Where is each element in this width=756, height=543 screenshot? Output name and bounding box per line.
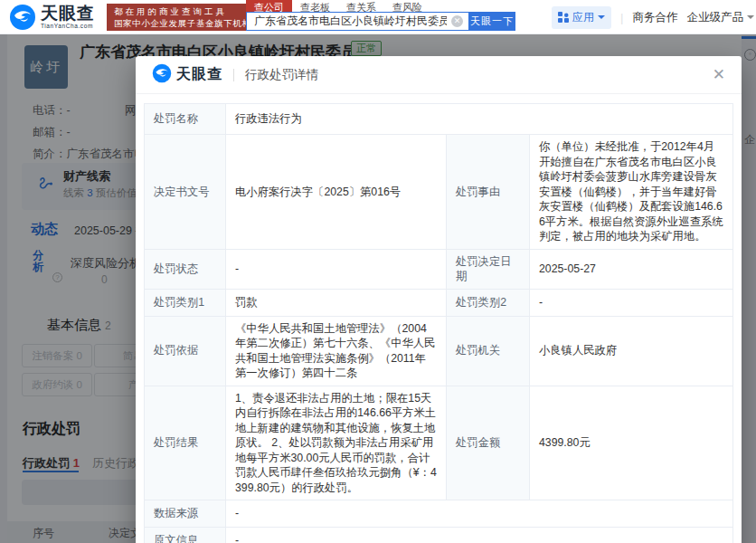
modal-brand: 天眼查 (152, 63, 222, 87)
field-label: 决定书文号 (145, 135, 226, 250)
header-divider (233, 69, 234, 81)
field-label: 处罚决定日期 (447, 249, 530, 289)
apps-menu-button[interactable]: 应用 (552, 6, 611, 29)
table-row: 决定书文号 电小府案行决字〔2025〕第016号 处罚事由 你（单位）未经批准，… (145, 135, 733, 250)
link-enterprise-products[interactable]: 企业级产品 (686, 10, 754, 25)
penalty-detail-table: 处罚名称 行政违法行为 决定书文号 电小府案行决字〔2025〕第016号 处罚事… (144, 103, 733, 543)
modal-brand-name: 天眼查 (176, 65, 222, 84)
field-label: 处罚金额 (447, 386, 530, 500)
promo-line2: 国家中小企业发展子基金旗下机构 (114, 19, 251, 28)
field-value: 《中华人民共和国土地管理法》（2004年第二次修正）第七十六条、《中华人民共和国… (226, 316, 447, 386)
field-label: 处罚事由 (447, 135, 530, 250)
enterprise-label: 企业级产品 (686, 10, 743, 25)
field-label: 处罚类别2 (447, 289, 530, 316)
apps-grid-icon (558, 12, 569, 23)
navbar-right: 应用 | 商务合作 企业级产品 | 开 (552, 7, 756, 27)
field-value: - (226, 528, 733, 543)
field-value: 4399.80元 (530, 386, 733, 500)
field-label: 数据来源 (145, 500, 226, 528)
field-value: 电小府案行决字〔2025〕第016号 (226, 135, 447, 250)
table-row: 处罚名称 行政违法行为 (145, 104, 733, 135)
field-value: 罚款 (226, 289, 447, 316)
tianyancha-logo-icon (9, 4, 36, 31)
top-navbar: 天眼查 TianYanCha.com 都在用的商业查询工具 国家中小企业发展子基… (0, 0, 756, 34)
tianyancha-logo[interactable]: 天眼查 TianYanCha.com (9, 4, 95, 31)
brand-name: 天眼查 (41, 5, 95, 22)
field-label: 处罚类别1 (145, 289, 226, 316)
field-value: 行政违法行为 (226, 104, 733, 135)
field-value: 你（单位）未经批准，于2012年4月开始擅自在广东省茂名市电白区小良镇岭圩村委会… (530, 135, 733, 250)
field-value: 小良镇人民政府 (530, 316, 733, 386)
field-label: 处罚状态 (145, 249, 226, 289)
close-icon[interactable]: ✕ (713, 67, 725, 82)
nav-divider: | (620, 11, 623, 24)
link-business-cooperation[interactable]: 商务合作 (632, 10, 677, 25)
field-value: 2025-05-27 (530, 249, 733, 289)
table-row: 数据来源 - (145, 500, 733, 528)
app-window: 天眼查 TianYanCha.com 都在用的商业查询工具 国家中小企业发展子基… (0, 0, 756, 543)
caret-down-icon (747, 15, 754, 19)
modal-header: 天眼查 行政处罚详情 ✕ (136, 56, 742, 94)
table-row: 处罚依据 《中华人民共和国土地管理法》（2004年第二次修正）第七十六条、《中华… (145, 316, 733, 386)
apps-menu-label: 应用 (572, 10, 594, 25)
field-value: - (530, 289, 733, 316)
field-value: - (226, 500, 733, 528)
field-label: 处罚结果 (145, 386, 226, 500)
table-row: 处罚状态 - 处罚决定日期 2025-05-27 (145, 249, 733, 289)
promo-banner: 都在用的商业查询工具 国家中小企业发展子基金旗下机构 (107, 4, 259, 31)
field-label: 原文信息 (145, 528, 226, 543)
field-label: 处罚机关 (447, 316, 530, 386)
penalty-detail-modal: 天眼查 行政处罚详情 ✕ 处罚名称 行政违法行为 决定书文号 电小府案行决字〔2… (136, 56, 742, 543)
search-button[interactable]: 天眼一下 (468, 12, 515, 31)
promo-line1: 都在用的商业查询工具 (114, 7, 251, 16)
table-row: 原文信息 - (145, 528, 733, 543)
modal-title: 行政处罚详情 (245, 67, 318, 83)
field-value: - (226, 249, 447, 289)
tianyancha-logo-icon (152, 63, 172, 87)
search-input[interactable] (246, 12, 468, 31)
field-value: 1、责令退还非法占用的土地；限在15天内自行拆除在非法占用的146.66平方米土… (226, 386, 447, 500)
table-row: 处罚类别1 罚款 处罚类别2 - (145, 289, 733, 316)
caret-down-icon (598, 15, 605, 19)
table-row: 处罚结果 1、责令退还非法占用的土地；限在15天内自行拆除在非法占用的146.6… (145, 386, 733, 500)
search-bar: ✕ 天眼一下 (246, 12, 515, 31)
field-label: 处罚依据 (145, 316, 226, 386)
field-label: 处罚名称 (145, 104, 226, 135)
modal-body: 处罚名称 行政违法行为 决定书文号 电小府案行决字〔2025〕第016号 处罚事… (136, 94, 742, 543)
brand-domain: TianYanCha.com (41, 24, 95, 30)
search-clear-icon[interactable]: ✕ (451, 15, 463, 27)
